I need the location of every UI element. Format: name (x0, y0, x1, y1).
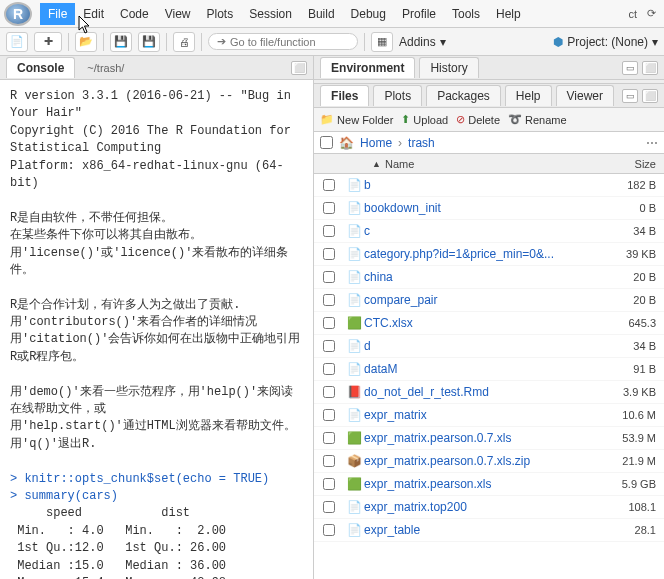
save-all-button[interactable]: 💾 (138, 32, 160, 52)
file-name[interactable]: expr_matrix.top200 (364, 500, 606, 514)
file-checkbox[interactable] (323, 225, 335, 237)
new-folder-button[interactable]: 📁New Folder (320, 113, 393, 126)
tab-help[interactable]: Help (505, 85, 552, 106)
tab-history[interactable]: History (419, 57, 478, 78)
file-name[interactable]: expr_matrix.pearson.xls (364, 477, 606, 491)
open-file-button[interactable]: 📂 (75, 32, 97, 52)
file-size: 53.9 M (606, 432, 664, 444)
file-checkbox[interactable] (323, 271, 335, 283)
file-name[interactable]: compare_pair (364, 293, 606, 307)
file-row[interactable]: 📄compare_pair20 B (314, 289, 664, 312)
file-checkbox[interactable] (323, 317, 335, 329)
menu-edit[interactable]: Edit (75, 3, 112, 25)
addins-dropdown[interactable]: Addins▾ (399, 35, 446, 49)
file-checkbox[interactable] (323, 340, 335, 352)
file-row[interactable]: 📄c34 B (314, 220, 664, 243)
menu-profile[interactable]: Profile (394, 3, 444, 25)
tab-files[interactable]: Files (320, 85, 369, 106)
file-checkbox[interactable] (323, 478, 335, 490)
env-min-icon[interactable]: ▭ (622, 61, 638, 75)
file-row[interactable]: 📄expr_matrix.top200108.1 (314, 496, 664, 519)
file-name[interactable]: expr_matrix.pearson.0.7.xls (364, 431, 606, 445)
file-name[interactable]: expr_matrix (364, 408, 606, 422)
file-name[interactable]: expr_table (364, 523, 606, 537)
new-project-button[interactable]: ✚ (34, 32, 62, 52)
file-checkbox[interactable] (323, 524, 335, 536)
file-row[interactable]: 🟩expr_matrix.pearson.xls5.9 GB (314, 473, 664, 496)
goto-file-function[interactable]: ➔Go to file/function (208, 33, 358, 50)
save-button[interactable]: 💾 (110, 32, 132, 52)
file-row[interactable]: 📦expr_matrix.pearson.0.7.xls.zip21.9 M (314, 450, 664, 473)
file-checkbox[interactable] (323, 409, 335, 421)
menu-help[interactable]: Help (488, 3, 529, 25)
file-checkbox[interactable] (323, 455, 335, 467)
breadcrumb-home[interactable]: Home (360, 136, 392, 150)
file-row[interactable]: 🟩expr_matrix.pearson.0.7.xls53.9 M (314, 427, 664, 450)
file-size: 34 B (606, 225, 664, 237)
file-name[interactable]: category.php?id=1&price_min=0&... (364, 247, 606, 261)
console-output[interactable]: R version 3.3.1 (2016-06-21) -- "Bug in … (0, 80, 313, 579)
sync-icon[interactable]: ⟳ (643, 7, 660, 20)
tab-plots[interactable]: Plots (373, 85, 422, 106)
new-file-button[interactable]: 📄 (6, 32, 28, 52)
file-name[interactable]: d (364, 339, 606, 353)
sort-asc-icon[interactable]: ▲ (372, 159, 381, 169)
file-checkbox[interactable] (323, 179, 335, 191)
file-name[interactable]: bookdown_init (364, 201, 606, 215)
file-checkbox[interactable] (323, 202, 335, 214)
file-row[interactable]: 🟩CTC.xlsx645.3 (314, 312, 664, 335)
file-name[interactable]: c (364, 224, 606, 238)
file-name[interactable]: do_not_del_r_test.Rmd (364, 385, 606, 399)
files-min-icon[interactable]: ▭ (622, 89, 638, 103)
file-row[interactable]: 📄category.php?id=1&price_min=0&...39 KB (314, 243, 664, 266)
console-tabbar: Console ~/trash/ ⬜ (0, 56, 313, 80)
tab-console[interactable]: Console (6, 57, 75, 78)
project-dropdown[interactable]: ⬢ Project: (None)▾ (553, 35, 658, 49)
file-name[interactable]: china (364, 270, 606, 284)
file-row[interactable]: 📄d34 B (314, 335, 664, 358)
menu-debug[interactable]: Debug (343, 3, 394, 25)
tab-environment[interactable]: Environment (320, 57, 415, 78)
file-row[interactable]: 📕do_not_del_r_test.Rmd3.9 KB (314, 381, 664, 404)
select-all-checkbox[interactable] (320, 136, 333, 149)
file-row[interactable]: 📄bookdown_init0 B (314, 197, 664, 220)
menu-plots[interactable]: Plots (199, 3, 242, 25)
maximize-icon[interactable]: ⬜ (291, 61, 307, 75)
file-name[interactable]: dataM (364, 362, 606, 376)
menubar: R FileEditCodeViewPlotsSessionBuildDebug… (0, 0, 664, 28)
ct-icon[interactable]: ct (624, 8, 641, 20)
file-name[interactable]: expr_matrix.pearson.0.7.xls.zip (364, 454, 606, 468)
file-row[interactable]: 📄b182 B (314, 174, 664, 197)
file-checkbox[interactable] (323, 432, 335, 444)
grid-button[interactable]: ▦ (371, 32, 393, 52)
file-row[interactable]: 📄dataM91 B (314, 358, 664, 381)
env-max-icon[interactable]: ⬜ (642, 61, 658, 75)
home-icon[interactable]: 🏠 (339, 136, 354, 150)
files-header: ▲Name Size (314, 154, 664, 174)
file-row[interactable]: 📄expr_matrix10.6 M (314, 404, 664, 427)
file-checkbox[interactable] (323, 501, 335, 513)
breadcrumb-more-icon[interactable]: ⋯ (646, 136, 658, 150)
tab-viewer[interactable]: Viewer (556, 85, 614, 106)
menu-session[interactable]: Session (241, 3, 300, 25)
file-row[interactable]: 📄china20 B (314, 266, 664, 289)
menu-code[interactable]: Code (112, 3, 157, 25)
file-checkbox[interactable] (323, 363, 335, 375)
file-row[interactable]: 📄expr_table28.1 (314, 519, 664, 542)
menu-file[interactable]: File (40, 3, 75, 25)
file-checkbox[interactable] (323, 248, 335, 260)
file-checkbox[interactable] (323, 386, 335, 398)
tab-packages[interactable]: Packages (426, 85, 501, 106)
menu-tools[interactable]: Tools (444, 3, 488, 25)
menu-build[interactable]: Build (300, 3, 343, 25)
menu-view[interactable]: View (157, 3, 199, 25)
file-checkbox[interactable] (323, 294, 335, 306)
files-max-icon[interactable]: ⬜ (642, 89, 658, 103)
file-name[interactable]: b (364, 178, 606, 192)
upload-button[interactable]: ⬆Upload (401, 113, 448, 126)
print-button[interactable]: 🖨 (173, 32, 195, 52)
file-name[interactable]: CTC.xlsx (364, 316, 606, 330)
rename-button[interactable]: ➰Rename (508, 113, 567, 126)
breadcrumb-trash[interactable]: trash (408, 136, 435, 150)
delete-button[interactable]: ⊘Delete (456, 113, 500, 126)
